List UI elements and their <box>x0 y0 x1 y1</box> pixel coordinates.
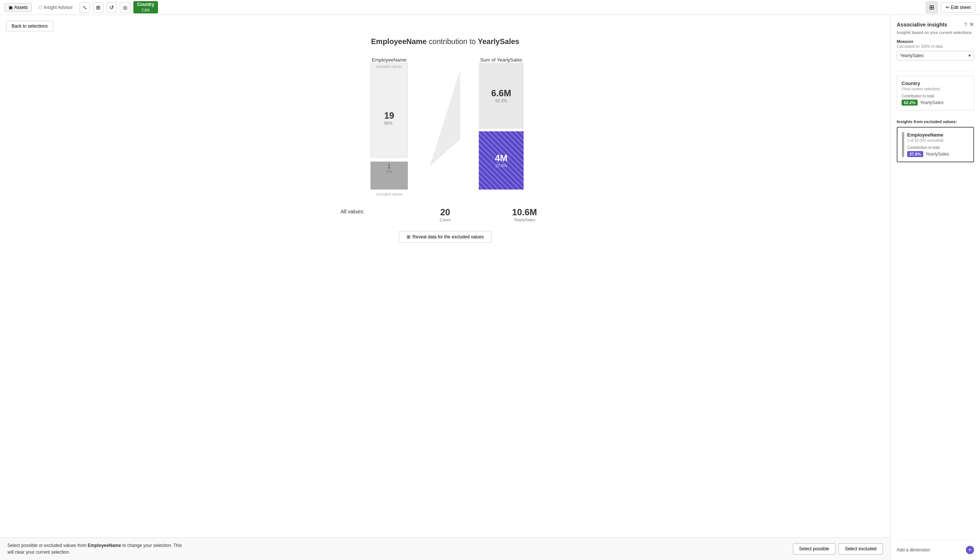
all-sales-value: 10.6M <box>499 207 550 218</box>
panel-subtitle: Insights based on your current selection… <box>897 30 974 35</box>
close-panel-button[interactable]: ✕ <box>969 21 974 28</box>
country-tag-label: Country <box>137 2 154 8</box>
reveal-icon: ⊞ <box>407 234 410 240</box>
select-excluded-button[interactable]: Select excluded <box>838 543 883 554</box>
content-area: Back to selections EmployeeName contribu… <box>0 15 890 560</box>
add-dimension-label: Add a dimension <box>897 547 930 553</box>
possible-bar: possible values 19 95% <box>371 63 408 158</box>
employee-card-subtitle: 1 of 20 (5% excluded) <box>907 138 969 143</box>
employee-column: EmployeeName possible values 19 95% 1 <box>363 57 415 190</box>
panel-title: Associative insights <box>897 22 947 28</box>
icon-btn-1[interactable]: ⤡ <box>80 2 90 13</box>
divider-1 <box>897 71 974 71</box>
back-to-selections-button[interactable]: Back to selections <box>6 21 54 31</box>
top-bar: ▣ Assets ⬡ Insight Advisor ⤡ ⊞ ↺ ◎ Count… <box>0 0 980 15</box>
main-layout: Back to selections EmployeeName contribu… <box>0 15 980 560</box>
insights-excluded-title: Insights from excluded values: <box>897 119 974 124</box>
assets-label: Assets <box>14 5 28 10</box>
bottom-bar: Select possible or excluded values from … <box>0 537 890 560</box>
add-dimension-button[interactable]: + <box>966 546 974 554</box>
chevron-down-icon: ▾ <box>968 53 971 58</box>
all-count-sub: Count <box>420 218 470 222</box>
panel-header-icons: ? ✕ <box>964 21 974 28</box>
sales-bottom-value: 4M <box>495 153 507 163</box>
possible-count: 19 <box>384 110 395 121</box>
possible-label: possible values <box>371 65 408 68</box>
possible-pct: 95% <box>384 121 395 125</box>
measure-section: Measure Calculated on 100% of data Yearl… <box>897 39 974 60</box>
employee-field-label: YearlySales <box>925 152 949 157</box>
bottom-text-prefix: Select possible or excluded values from <box>7 543 88 548</box>
country-card: Country (Your current selection) Contrib… <box>897 76 974 110</box>
employee-col-header: EmployeeName <box>372 57 407 63</box>
sales-possible-bar: 6.6M 62.2% <box>479 63 523 129</box>
icon-btn-2[interactable]: ⊞ <box>93 2 104 13</box>
assets-button[interactable]: ▣ Assets <box>5 3 32 12</box>
svg-marker-0 <box>430 70 460 165</box>
sales-bar-area: 6.6M 62.2% 4M 37.8% <box>475 63 527 190</box>
top-bar-right: ⊞ ✏ Edit sheet <box>926 2 975 13</box>
bottom-field-name: EmployeeName <box>88 543 121 548</box>
measure-value: YearlySales <box>900 53 923 58</box>
sales-top-pct: 62.2% <box>495 98 507 103</box>
chart-container: EmployeeName contribution to YearlySales… <box>0 37 890 537</box>
icon-btn-3[interactable]: ↺ <box>107 2 117 13</box>
panel-header: Associative insights ? ✕ <box>897 21 974 28</box>
reveal-excluded-button[interactable]: ⊞ Reveal data for the excluded values <box>399 231 492 243</box>
reveal-label: Reveal data for the excluded values <box>413 234 484 240</box>
add-dimension-row: Add a dimension + <box>897 540 974 554</box>
chart-columns: EmployeeName possible values 19 95% 1 <box>363 57 527 197</box>
excluded-count: 1 <box>371 163 408 170</box>
toolbar-icons: ⤡ ⊞ ↺ ◎ <box>80 2 130 13</box>
insight-icon: ⬡ <box>38 5 42 10</box>
measure-sub: Calculated on 100% of data <box>897 44 974 48</box>
grid-view-button[interactable]: ⊞ <box>926 2 938 13</box>
sales-col-header: Sum of YearlySales <box>480 57 522 63</box>
triangle-spacer <box>430 70 460 197</box>
country-tag-value: CAN <box>142 8 150 13</box>
sales-top-value: 6.6M <box>491 88 511 98</box>
edit-sheet-button[interactable]: ✏ Edit sheet <box>941 2 975 13</box>
title-sales: YearlySales <box>478 37 519 45</box>
excluded-bar: 1 5% <box>371 162 408 190</box>
reveal-button-row: ⊞ Reveal data for the excluded values <box>399 231 492 243</box>
top-bar-left: ▣ Assets ⬡ Insight Advisor ⤡ ⊞ ↺ ◎ Count… <box>5 1 158 13</box>
excluded-pct: 5% <box>371 170 408 174</box>
title-employee: EmployeeName <box>371 37 427 45</box>
select-possible-button[interactable]: Select possible <box>793 543 836 554</box>
edit-sheet-label: Edit sheet <box>951 5 971 10</box>
country-selection-tag[interactable]: Country CAN <box>133 1 158 13</box>
edit-icon: ✏ <box>946 5 949 10</box>
card-bar-indicator <box>902 132 904 157</box>
measure-label: Measure <box>897 39 974 43</box>
employee-card-title: EmployeeName <box>907 132 969 138</box>
right-panel: Associative insights ? ✕ Insights based … <box>890 15 980 560</box>
help-icon-button[interactable]: ? <box>964 21 967 28</box>
excluded-label-text: excluded values <box>363 192 415 196</box>
insight-label: Insight Advisor <box>44 5 73 10</box>
employee-badge: 37.8% <box>907 151 923 157</box>
employee-contribution-row: 37.8% YearlySales <box>907 151 969 157</box>
employee-contribution-label: Contribution to total <box>907 145 969 150</box>
sales-column: Sum of YearlySales 6.6M 62.2% 4M 37.8% <box>475 57 527 190</box>
country-field-label: YearlySales <box>920 100 943 105</box>
sales-excluded-bar: 4M 37.8% <box>479 131 523 190</box>
assets-icon: ▣ <box>8 5 13 10</box>
country-contribution-label: Contribution to total <box>901 94 969 98</box>
chart-title: EmployeeName contribution to YearlySales <box>371 37 520 46</box>
all-sales-col: 10.6M YearlySales <box>499 207 550 222</box>
country-card-title: Country <box>901 81 969 86</box>
all-values-section: All values: 20 Count 10.6M YearlySales <box>341 207 550 222</box>
triangle-svg <box>430 70 460 197</box>
sales-bottom-pct: 37.8% <box>495 163 507 168</box>
country-card-subtitle: (Your current selection) <box>901 87 969 91</box>
country-contribution-row: 62.2% YearlySales <box>901 100 969 106</box>
measure-dropdown[interactable]: YearlySales ▾ <box>897 51 974 60</box>
insight-advisor-button[interactable]: ⬡ Insight Advisor <box>35 3 77 12</box>
icon-btn-4[interactable]: ◎ <box>120 2 130 13</box>
all-values-label: All values: <box>341 207 420 215</box>
bottom-bar-text: Select possible or excluded values from … <box>7 542 187 555</box>
all-count-col: 20 Count <box>420 207 470 222</box>
employee-card-content: EmployeeName 1 of 20 (5% excluded) Contr… <box>907 132 969 157</box>
employee-excluded-card: EmployeeName 1 of 20 (5% excluded) Contr… <box>897 127 974 162</box>
